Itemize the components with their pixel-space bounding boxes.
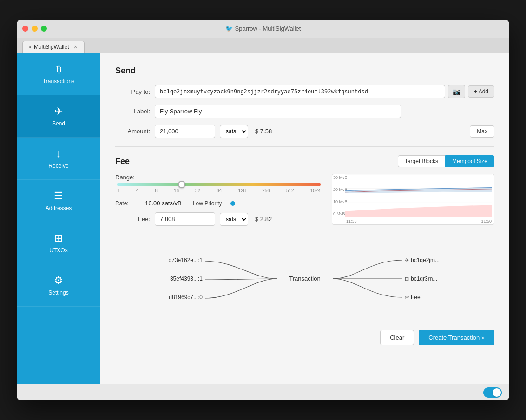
amount-label: Amount: — [115, 128, 150, 135]
fee-left: Range: 1 4 8 16 32 64 — [115, 174, 322, 232]
send-icon: ✈ — [54, 105, 63, 118]
rate-value: 16.00 sats/vB — [145, 200, 182, 207]
window-title: 🐦 Sparrow - MultiSigWallet — [225, 25, 301, 32]
tx-diagram-svg: d73e162e...:1 35ef4393...:1 d81969c7...:… — [142, 242, 467, 316]
fee-usd: $ 2.82 — [255, 216, 278, 223]
app-window: 🐦 Sparrow - MultiSigWallet ▪ MultiSigWal… — [17, 20, 509, 400]
pay-to-input[interactable] — [155, 85, 445, 98]
toggle-switch[interactable] — [483, 387, 502, 398]
slider-labels: 1 4 8 16 32 64 128 256 512 1024 — [117, 188, 321, 193]
pay-to-label: Pay to: — [115, 88, 150, 95]
toggle-knob — [493, 388, 501, 397]
fee-mode-buttons: Target Blocks Mempool Size — [398, 155, 494, 167]
priority-dot — [230, 201, 235, 206]
create-transaction-button[interactable]: Create Transaction » — [419, 330, 494, 345]
label-input[interactable] — [155, 105, 401, 118]
fee-unit-select[interactable]: sats — [220, 213, 248, 226]
range-label: Range: — [115, 174, 135, 181]
bottom-bar: Clear Create Transaction » — [115, 325, 494, 345]
range-row: Range: 1 4 8 16 32 64 — [115, 174, 322, 193]
mempool-size-button[interactable]: Mempool Size — [445, 155, 494, 167]
sidebar-item-utxos[interactable]: ⊞ UTXOs — [17, 222, 100, 264]
chart-area — [345, 174, 492, 217]
fee-header: Fee Target Blocks Mempool Size — [115, 155, 494, 167]
tab-bar: ▪ MultiSigWallet ✕ — [17, 38, 509, 53]
sparrow-icon: 🐦 — [225, 25, 233, 32]
label-row: Label: — [115, 105, 494, 118]
wallet-tab[interactable]: ▪ MultiSigWallet ✕ — [22, 41, 85, 52]
x-label-end: 11:50 — [481, 219, 492, 223]
chart-svg — [345, 174, 492, 217]
titlebar: 🐦 Sparrow - MultiSigWallet — [17, 20, 509, 38]
svg-text:✄: ✄ — [405, 295, 409, 300]
sidebar-item-receive[interactable]: ↓ Receive — [17, 138, 100, 180]
priority-label: Low Priority — [193, 200, 222, 207]
mempool-chart: 30 MvB 20 MvB 10 MvB 0 MvB — [332, 174, 494, 225]
add-address-button[interactable]: + Add — [468, 85, 494, 98]
traffic-lights — [22, 26, 47, 32]
sidebar-item-settings[interactable]: ⚙ Settings — [17, 264, 100, 307]
sidebar-item-transactions[interactable]: ₿ Transactions — [17, 53, 100, 95]
fee-content: Range: 1 4 8 16 32 64 — [115, 174, 494, 232]
wallet-icon: ▪ — [29, 44, 31, 50]
sidebar: ₿ Transactions ✈ Send ↓ Receive ☰ Addres… — [17, 53, 100, 384]
input-3-label: d81969c7...:0 — [169, 294, 203, 301]
sidebar-item-send[interactable]: ✈ Send — [17, 95, 100, 138]
chart-x-labels: 11:35 11:50 — [346, 219, 492, 223]
amount-usd: $ 7.58 — [255, 128, 278, 135]
target-blocks-button[interactable]: Target Blocks — [398, 155, 445, 167]
fee-label: Fee: — [115, 216, 150, 223]
tab-close-button[interactable]: ✕ — [73, 44, 78, 50]
fee-row: Fee: sats $ 2.82 — [115, 212, 322, 226]
settings-icon: ⚙ — [54, 275, 63, 287]
slider-thumb[interactable] — [178, 181, 185, 188]
send-section-title: Send — [115, 66, 494, 76]
maximize-button[interactable] — [41, 26, 47, 32]
fee-right: 30 MvB 20 MvB 10 MvB 0 MvB — [332, 174, 494, 232]
tx-diagram: d73e162e...:1 35ef4393...:1 d81969c7...:… — [115, 242, 494, 316]
scan-qr-button[interactable]: 📷 — [448, 85, 465, 98]
utxos-icon: ⊞ — [54, 232, 63, 244]
output-1-label: bc1qe2jm... — [411, 257, 440, 263]
address-input-wrap: 📷 + Add — [155, 85, 494, 98]
content-area: Send Pay to: 📷 + Add Label: Amount: — [100, 53, 509, 384]
slider-container: 1 4 8 16 32 64 128 256 512 1024 — [115, 183, 322, 193]
receive-icon: ↓ — [56, 148, 61, 160]
main-content: ₿ Transactions ✈ Send ↓ Receive ☰ Addres… — [17, 53, 509, 384]
transactions-icon: ₿ — [56, 63, 61, 75]
sidebar-item-addresses[interactable]: ☰ Addresses — [17, 180, 100, 222]
rate-row: Rate: 16.00 sats/vB Low Priority — [115, 200, 322, 207]
tx-center-label: Transaction — [289, 275, 320, 282]
input-1-label: d73e162e...:1 — [169, 257, 203, 263]
clear-button[interactable]: Clear — [380, 330, 414, 345]
amount-unit-select[interactable]: sats — [220, 125, 248, 138]
window-footer — [17, 384, 509, 400]
amount-row: Amount: sats $ 7.58 Max — [115, 125, 494, 138]
output-fee-label: Fee — [411, 294, 421, 301]
input-2-label: 35ef4393...:1 — [170, 276, 203, 282]
label-label: Label: — [115, 108, 150, 115]
close-button[interactable] — [22, 26, 28, 32]
minimize-button[interactable] — [32, 26, 38, 32]
max-button[interactable]: Max — [470, 125, 494, 138]
fee-section-title: Fee — [115, 157, 130, 166]
svg-text:✈: ✈ — [405, 257, 409, 263]
fee-range-slider-track — [117, 183, 321, 186]
x-label-start: 11:35 — [346, 219, 357, 223]
pay-to-row: Pay to: 📷 + Add — [115, 85, 494, 98]
output-2-label: bc1qr3rn... — [411, 276, 437, 282]
rate-label: Rate: — [115, 200, 138, 207]
fee-input[interactable] — [155, 212, 215, 226]
amount-input[interactable] — [155, 125, 215, 138]
svg-text:⊞: ⊞ — [405, 276, 409, 282]
addresses-icon: ☰ — [54, 190, 63, 202]
tab-label: MultiSigWallet — [34, 44, 69, 50]
